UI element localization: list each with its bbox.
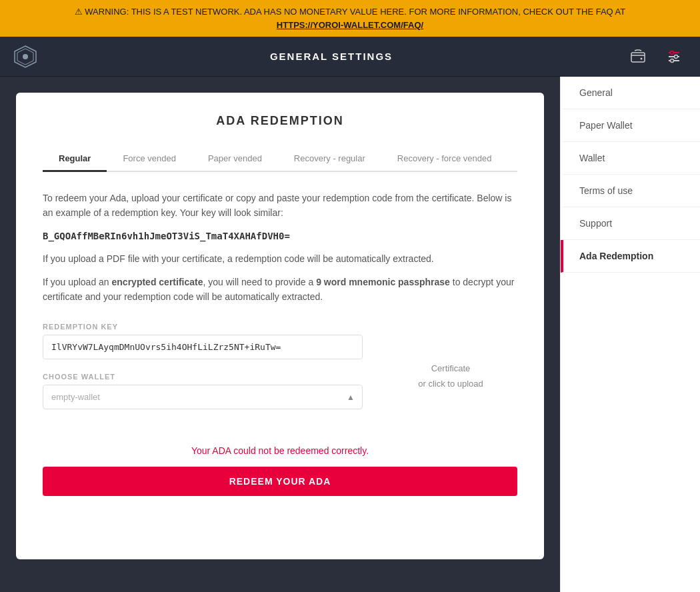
page-title: ADA REDEMPTION xyxy=(43,114,517,128)
sidebar-item-ada-redemption[interactable]: Ada Redemption xyxy=(561,240,700,273)
description-3-bold2: 9 word mnemonic passphrase xyxy=(316,277,450,287)
main-layout: ADA REDEMPTION Regular Force vended Pape… xyxy=(0,77,700,592)
header-logo xyxy=(13,45,37,69)
svg-point-8 xyxy=(671,51,674,54)
form-left: REDEMPTION KEY CHOOSE WALLET empty-walle… xyxy=(43,323,363,429)
warning-banner: ⚠ WARNING: THIS IS A TEST NETWORK. ADA H… xyxy=(0,0,700,37)
description-3-mid: , you will need to provide a xyxy=(203,277,316,287)
svg-point-10 xyxy=(671,59,674,62)
wallet-select-wrapper: empty-wallet ▲ xyxy=(43,385,363,409)
wallet-svg-icon xyxy=(630,49,646,65)
description-1: To redeem your Ada, upload your certific… xyxy=(43,191,517,221)
content-area: ADA REDEMPTION Regular Force vended Pape… xyxy=(0,77,560,592)
tab-regular[interactable]: Regular xyxy=(43,147,107,172)
settings-svg-icon xyxy=(666,49,682,65)
redemption-key-input[interactable] xyxy=(43,335,363,359)
tab-recovery-regular[interactable]: Recovery - regular xyxy=(278,147,381,172)
upload-text: or click to upload xyxy=(418,379,483,389)
tab-force-vended[interactable]: Force vended xyxy=(107,147,192,172)
certificate-label: Certificate xyxy=(431,363,471,373)
certificate-upload-area[interactable]: Certificate or click to upload xyxy=(384,323,517,429)
header: GENERAL SETTINGS xyxy=(0,37,700,77)
warning-icon: ⚠ xyxy=(75,7,83,17)
sidebar-item-terms-of-use[interactable]: Terms of use xyxy=(561,175,700,207)
wallet-select[interactable]: empty-wallet xyxy=(43,385,363,409)
header-icons xyxy=(625,44,687,69)
daedalus-logo-icon xyxy=(13,45,37,69)
sidebar-item-general[interactable]: General xyxy=(561,77,700,109)
error-message: Your ADA could not be redeemed correctly… xyxy=(43,445,517,456)
warning-link[interactable]: HTTPS://YOROI-WALLET.COM/FAQ/ xyxy=(277,20,423,30)
redemption-key-label: REDEMPTION KEY xyxy=(43,323,363,331)
sidebar-item-wallet[interactable]: Wallet xyxy=(561,142,700,175)
sidebar-item-support[interactable]: Support xyxy=(561,207,700,240)
choose-wallet-label: CHOOSE WALLET xyxy=(43,373,363,381)
tabs-container: Regular Force vended Paper vended Recove… xyxy=(43,147,517,172)
description-2: If you upload a PDF file with your certi… xyxy=(43,251,517,266)
warning-text: WARNING: THIS IS A TEST NETWORK. ADA HAS… xyxy=(85,7,625,17)
svg-point-2 xyxy=(23,54,28,59)
header-title: GENERAL SETTINGS xyxy=(270,51,393,62)
svg-point-9 xyxy=(675,55,678,58)
example-key: B_GQOAffMBeRIn6vh1hJmeOT3ViS_TmaT4XAHAfD… xyxy=(43,229,517,243)
description-3-bold1: encrypted certificate xyxy=(112,277,203,287)
redeem-button[interactable]: REDEEM YOUR ADA xyxy=(43,467,517,496)
svg-rect-3 xyxy=(631,53,645,62)
description-3-pre: If you upload an xyxy=(43,277,112,287)
sidebar: General Paper Wallet Wallet Terms of use… xyxy=(560,77,700,592)
sidebar-item-paper-wallet[interactable]: Paper Wallet xyxy=(561,109,700,142)
svg-point-4 xyxy=(641,57,643,59)
settings-icon-button[interactable] xyxy=(661,44,687,69)
description-3: If you upload an encrypted certificate, … xyxy=(43,275,517,305)
form-section: REDEMPTION KEY CHOOSE WALLET empty-walle… xyxy=(43,323,517,429)
tab-paper-vended[interactable]: Paper vended xyxy=(192,147,278,172)
tab-recovery-force-vended[interactable]: Recovery - force vended xyxy=(381,147,508,172)
main-card: ADA REDEMPTION Regular Force vended Pape… xyxy=(16,93,544,559)
wallet-icon-button[interactable] xyxy=(625,44,651,69)
